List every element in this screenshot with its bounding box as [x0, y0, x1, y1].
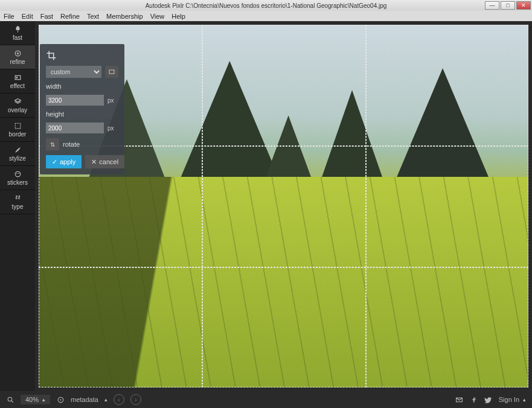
window-title: Autodesk Pixlr C:\Ontecnia\Nuevos fondos…	[146, 2, 387, 9]
minimize-button[interactable]: —	[485, 1, 499, 10]
menu-refine[interactable]: Refine	[60, 13, 80, 20]
height-label: height	[46, 110, 118, 118]
aspect-icon	[108, 68, 115, 75]
zoom-icon[interactable]	[6, 395, 14, 404]
tool-label: type	[12, 203, 24, 210]
crop-icon	[46, 50, 57, 61]
tool-stylize[interactable]: stylize	[0, 142, 35, 166]
twitter-icon[interactable]	[484, 395, 493, 404]
menu-view[interactable]: View	[150, 13, 165, 20]
tool-label: border	[9, 131, 27, 138]
apply-button[interactable]: ✓ apply	[46, 155, 82, 168]
svg-rect-2	[15, 75, 21, 80]
type-icon	[13, 194, 22, 202]
svg-point-6	[16, 173, 18, 174]
zoom-select[interactable]: 40% ▴	[21, 395, 50, 404]
width-label: width	[46, 83, 118, 90]
rocket-icon	[13, 25, 22, 33]
overlay-icon	[13, 97, 22, 106]
sign-in-label: Sign In	[499, 396, 519, 403]
tool-label: stylize	[9, 155, 26, 162]
info-icon[interactable]	[56, 395, 65, 404]
x-icon: ✕	[91, 158, 97, 166]
effect-icon	[13, 73, 22, 81]
refine-icon	[13, 49, 22, 57]
menu-fast[interactable]: Fast	[40, 13, 53, 20]
crop-mode-select[interactable]: custom	[46, 66, 101, 78]
tool-label: fast	[13, 34, 22, 41]
svg-point-9	[8, 397, 12, 401]
title-bar: Autodesk Pixlr C:\Ontecnia\Nuevos fondos…	[0, 0, 532, 11]
history-forward-button[interactable]: ›	[130, 394, 141, 405]
aspect-lock-button[interactable]	[105, 66, 118, 78]
left-toolbar: fast refine effect overlay border styliz…	[0, 21, 35, 391]
tool-refine[interactable]: refine	[0, 45, 35, 69]
chevron-up-icon: ▴	[523, 397, 526, 403]
tool-overlay[interactable]: overlay	[0, 94, 35, 118]
chevron-up-icon: ▴	[42, 397, 45, 403]
svg-point-11	[60, 399, 61, 400]
check-icon: ✓	[52, 158, 57, 166]
tool-label: effect	[10, 83, 25, 89]
rotate-label: rotate	[63, 141, 80, 148]
zoom-value: 40%	[25, 396, 39, 403]
svg-rect-8	[109, 70, 114, 74]
border-icon	[13, 121, 22, 130]
tool-border[interactable]: border	[0, 118, 35, 142]
rotate-button[interactable]: ⇅	[46, 138, 59, 150]
menu-help[interactable]: Help	[171, 13, 185, 20]
tool-label: stickers	[7, 179, 28, 186]
crop-panel-header	[46, 50, 118, 61]
facebook-icon[interactable]	[470, 395, 478, 404]
bottom-bar: 40% ▴ metadata ▴ ‹ › Sign In ▴	[0, 391, 532, 408]
tool-label: refine	[10, 59, 25, 65]
history-back-button[interactable]: ‹	[114, 394, 124, 405]
chevron-up-icon: ▴	[104, 397, 107, 403]
main-area: fast refine effect overlay border styliz…	[0, 21, 532, 391]
width-input[interactable]	[46, 95, 104, 106]
tool-effect[interactable]: effect	[0, 69, 35, 94]
tool-fast[interactable]: fast	[0, 21, 35, 45]
menu-edit[interactable]: Edit	[22, 13, 33, 20]
unit-label: px	[107, 125, 114, 132]
maximize-button[interactable]: □	[501, 1, 515, 10]
sticker-icon	[13, 170, 22, 178]
unit-label: px	[107, 97, 114, 104]
tool-label: overlay	[8, 107, 27, 113]
brush-icon	[13, 145, 22, 154]
menu-bar: File Edit Fast Refine Text Membership Vi…	[0, 11, 532, 21]
close-button[interactable]: ✕	[516, 1, 531, 10]
cancel-button[interactable]: ✕ cancel	[85, 155, 124, 168]
menu-membership[interactable]: Membership	[106, 13, 143, 20]
svg-point-7	[18, 173, 19, 174]
metadata-label[interactable]: metadata	[71, 396, 98, 403]
tool-stickers[interactable]: stickers	[0, 166, 35, 190]
apply-label: apply	[60, 158, 75, 165]
cancel-label: cancel	[99, 158, 118, 165]
menu-file[interactable]: File	[4, 13, 14, 20]
height-input[interactable]	[46, 123, 104, 133]
window-controls: — □ ✕	[485, 0, 532, 11]
crop-panel: custom width px height px ⇅ rotate ✓ app…	[40, 44, 124, 174]
svg-point-1	[16, 52, 18, 54]
mail-icon[interactable]	[455, 395, 464, 404]
menu-text[interactable]: Text	[87, 13, 99, 20]
sign-in-button[interactable]: Sign In ▴	[499, 396, 526, 403]
tool-type[interactable]: type	[0, 190, 35, 214]
svg-rect-3	[16, 76, 17, 78]
svg-rect-4	[15, 123, 21, 129]
svg-point-5	[15, 171, 21, 177]
